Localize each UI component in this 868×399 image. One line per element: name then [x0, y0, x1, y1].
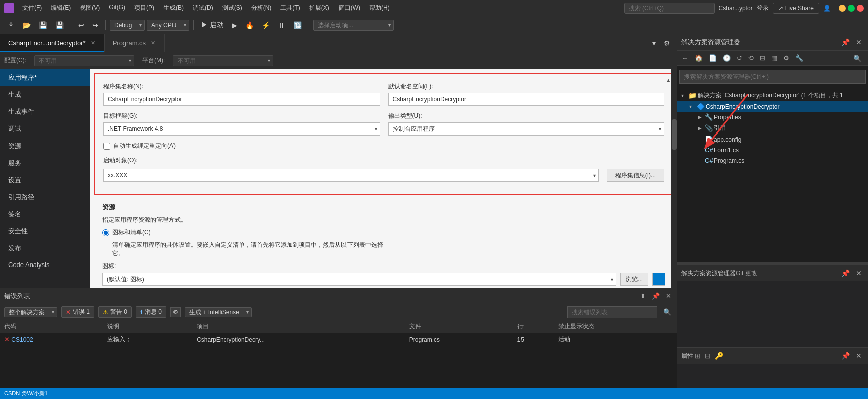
tab-program-cs[interactable]: Program.cs ✕ [105, 34, 165, 52]
sol-pin-button[interactable]: 📌 [839, 37, 852, 47]
menu-git[interactable]: Git(G) [105, 2, 129, 14]
build-filter-dropdown[interactable]: 生成 + IntelliSense [185, 307, 252, 317]
assembly-name-input[interactable] [103, 93, 380, 106]
git-pin-button[interactable]: 📌 [839, 268, 852, 278]
tab-dropdown-button[interactable]: ▾ [649, 37, 659, 49]
stop-button[interactable]: 🔃 [290, 19, 305, 31]
error-panel-pin-button[interactable]: 📌 [650, 291, 662, 301]
sidebar-item-signing[interactable]: 签名 [0, 206, 90, 223]
props-icon-btn-3[interactable]: 🔑 [714, 351, 724, 361]
tree-item-references[interactable]: ▶ 📎 引用 [677, 122, 868, 134]
build-filter-icon[interactable]: ⚙ [170, 307, 181, 317]
undo-button[interactable]: ↩ [75, 19, 87, 31]
assembly-info-button[interactable]: 程序集信息(I)... [607, 169, 664, 182]
props-icon-btn-1[interactable]: ⊞ [693, 351, 702, 361]
git-close-button[interactable]: ✕ [854, 268, 864, 278]
login-button[interactable]: 登录 [757, 4, 769, 12]
save-button[interactable]: 💾 [36, 19, 50, 31]
sidebar-item-build[interactable]: 生成 [0, 86, 90, 103]
startup-dropdown[interactable]: 选择启动项... [313, 20, 394, 31]
sidebar-item-reference-paths[interactable]: 引用路径 [0, 189, 90, 206]
target-framework-select[interactable]: .NET Framework 4.8 [103, 122, 380, 136]
menu-tools[interactable]: 工具(T) [276, 2, 304, 14]
save-all-button[interactable]: 💾 [52, 19, 67, 31]
tab-close-props[interactable]: ✕ [90, 39, 96, 47]
tree-item-program[interactable]: C# Program.cs [677, 155, 868, 166]
sidebar-item-publish[interactable]: 发布 [0, 240, 90, 257]
props-scrollbar-thumb[interactable] [672, 119, 677, 150]
menu-analyze[interactable]: 分析(N) [247, 2, 276, 14]
start-button[interactable]: ▶ 启动 [198, 19, 227, 32]
solution-resize-handle[interactable] [677, 262, 868, 264]
sidebar-item-debug[interactable]: 调试 [0, 120, 90, 138]
tree-item-appconfig[interactable]: 📄 app.config [677, 134, 868, 145]
warning-badge[interactable]: ⚠ 警告 0 [98, 306, 132, 318]
icon-manifest-label[interactable]: 图标和清单(C) [112, 228, 151, 237]
git-changes-label[interactable]: Git 更改 [736, 269, 757, 278]
props-icon-btn-2[interactable]: ⊟ [704, 351, 712, 361]
error-badge[interactable]: ✕ 错误 1 [61, 306, 94, 318]
platform-dropdown[interactable]: Any CPU [147, 20, 189, 31]
collapse-section-button[interactable]: ▴ [667, 76, 670, 84]
error-panel-float-button[interactable]: ⬆ [638, 291, 648, 301]
tree-project[interactable]: ▾ 🔷 CsharpEncryptionDecryptor [677, 101, 868, 112]
icon-manifest-radio[interactable] [102, 229, 109, 236]
sol-filter-button[interactable]: ▦ [769, 53, 780, 63]
default-namespace-input[interactable] [388, 93, 665, 106]
run-button[interactable]: ▶ [229, 19, 240, 31]
sidebar-item-code-analysis[interactable]: Code Analysis [0, 257, 90, 273]
error-code-link[interactable]: CS1002 [11, 336, 33, 343]
browse-button[interactable]: 浏览... [620, 273, 648, 286]
sol-collapse-button[interactable]: ⊟ [757, 53, 768, 63]
output-type-select[interactable]: 控制台应用程序 [388, 122, 665, 136]
tab-settings-button[interactable]: ⚙ [661, 37, 673, 49]
solution-filter-dropdown[interactable]: 整个解决方案 [4, 307, 57, 317]
menu-build[interactable]: 生成(B) [159, 2, 188, 14]
redo-button[interactable]: ↪ [89, 19, 101, 31]
live-share-button[interactable]: ↗ Live Share [773, 3, 819, 14]
tree-solution-root[interactable]: ▾ 📁 解决方案 'CsharpEncryptionDecryptor' (1 … [677, 90, 868, 101]
sidebar-item-security[interactable]: 安全性 [0, 223, 90, 240]
account-icon[interactable]: 👤 [823, 5, 831, 12]
props-close-button[interactable]: ✕ [854, 351, 864, 361]
menu-bar[interactable]: 文件(F) 编辑(E) 视图(V) Git(G) 项目(P) 生成(B) 调试(… [18, 2, 624, 14]
sol-show-files-button[interactable]: 📄 [706, 53, 719, 63]
minimize-button[interactable] [839, 5, 846, 12]
sol-clock-button[interactable]: 🕐 [720, 53, 733, 63]
sidebar-item-resources[interactable]: 资源 [0, 138, 90, 155]
sidebar-item-services[interactable]: 服务 [0, 155, 90, 172]
props-pin-button[interactable]: 📌 [839, 351, 852, 361]
sol-sync-button[interactable]: ⟲ [746, 53, 756, 63]
menu-project[interactable]: 项目(P) [130, 2, 158, 14]
sol-refresh-button[interactable]: ↺ [734, 53, 745, 63]
sidebar-item-application[interactable]: 应用程序* [0, 69, 90, 86]
menu-debug[interactable]: 调试(D) [189, 2, 217, 14]
menu-edit[interactable]: 编辑(E) [47, 2, 75, 14]
auto-generate-checkbox[interactable] [103, 143, 110, 150]
error-row-1[interactable]: ✕ CS1002 应输入； CsharpEncryptionDecry... P… [0, 333, 677, 346]
sidebar-item-build-events[interactable]: 生成事件 [0, 103, 90, 120]
new-project-button[interactable]: 🗄 [4, 19, 17, 31]
props-scrollbar[interactable] [671, 69, 677, 288]
solution-search-button[interactable]: 🔍 [853, 55, 862, 62]
startup-object-select[interactable]: xx.XXX [103, 169, 599, 182]
sol-back-button[interactable]: ← [679, 53, 691, 63]
performance-button[interactable]: ⚡ [259, 19, 273, 31]
icon-select[interactable]: (默认值: 图标) [102, 273, 616, 286]
hot-reload-button[interactable]: 🔥 [242, 19, 257, 31]
sol-close-button[interactable]: ✕ [854, 37, 864, 47]
sol-home-button[interactable]: 🏠 [692, 53, 705, 63]
menu-extensions[interactable]: 扩展(X) [305, 2, 333, 14]
menu-test[interactable]: 测试(S) [218, 2, 246, 14]
error-panel-close-button[interactable]: ✕ [664, 291, 673, 301]
search-errors-button[interactable]: 🔍 [661, 307, 673, 317]
menu-file[interactable]: 文件(F) [18, 2, 46, 14]
tab-close-program[interactable]: ✕ [150, 39, 156, 47]
sidebar-item-settings[interactable]: 设置 [0, 172, 90, 189]
menu-view[interactable]: 视图(V) [76, 2, 104, 14]
pause-button[interactable]: ⏸ [275, 19, 288, 31]
maximize-button[interactable] [848, 5, 855, 12]
info-badge[interactable]: ℹ 消息 0 [136, 306, 166, 318]
global-search-input[interactable] [624, 3, 715, 14]
tab-project-props[interactable]: CsharpEncr...onDecryptor* ✕ [0, 34, 105, 52]
